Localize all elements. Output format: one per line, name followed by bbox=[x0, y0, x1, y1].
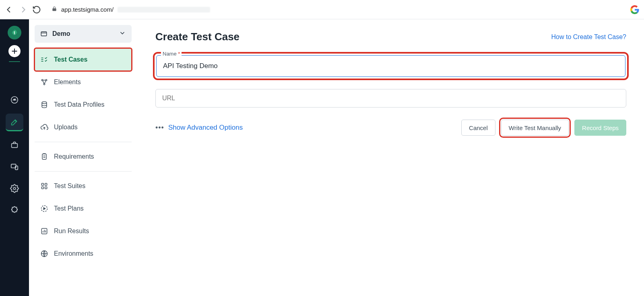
required-mark: * bbox=[178, 51, 180, 57]
sidebar-item-elements[interactable]: Elements bbox=[35, 71, 132, 93]
sidebar-item-label: Test Cases bbox=[54, 56, 87, 63]
sidebar-item-label: Elements bbox=[54, 79, 81, 86]
sidebar-divider bbox=[35, 171, 132, 172]
name-label: Name * bbox=[161, 51, 182, 57]
svg-rect-16 bbox=[41, 187, 43, 189]
name-label-text: Name bbox=[163, 51, 177, 57]
chevron-down-icon bbox=[119, 29, 126, 38]
nodes-icon bbox=[40, 78, 48, 86]
bar-chart-icon bbox=[40, 227, 48, 235]
sidebar-item-label: Test Suites bbox=[54, 182, 85, 190]
url-input[interactable] bbox=[155, 89, 626, 108]
main-content: Create Test Case How to Create Test Case… bbox=[138, 19, 644, 296]
svg-rect-15 bbox=[45, 183, 47, 185]
brand-logo-icon[interactable]: t bbox=[8, 26, 21, 39]
sidebar-item-label: Test Plans bbox=[54, 205, 84, 212]
reload-icon[interactable] bbox=[32, 5, 41, 14]
lock-icon bbox=[52, 6, 57, 13]
sidebar-item-test-suites[interactable]: Test Suites bbox=[35, 175, 132, 197]
svg-point-10 bbox=[45, 79, 47, 81]
play-circle-dashed-icon bbox=[40, 205, 48, 213]
record-steps-button[interactable]: Record Steps bbox=[574, 120, 626, 136]
sidebar-item-environments[interactable]: Environments bbox=[35, 242, 132, 265]
sidebar-item-requirements[interactable]: Requirements bbox=[35, 145, 132, 168]
sidebar-item-test-data-profiles[interactable]: Test Data Profiles bbox=[35, 93, 132, 116]
app-root: t Demo bbox=[0, 19, 644, 296]
sidebar-item-label: Uploads bbox=[54, 124, 78, 131]
name-input[interactable] bbox=[156, 55, 625, 77]
svg-rect-13 bbox=[42, 154, 46, 159]
globe-icon bbox=[40, 250, 48, 258]
main-header: Create Test Case How to Create Test Case… bbox=[155, 31, 626, 43]
project-name: Demo bbox=[52, 30, 70, 37]
svg-point-9 bbox=[41, 79, 43, 81]
browser-chrome: app.testsigma.com/ bbox=[0, 0, 644, 19]
cancel-button[interactable]: Cancel bbox=[461, 120, 495, 136]
nav-rail: t bbox=[0, 19, 29, 296]
cloud-upload-icon bbox=[40, 123, 48, 131]
address-bar[interactable]: app.testsigma.com/ bbox=[46, 3, 622, 17]
add-button[interactable] bbox=[8, 45, 21, 57]
svg-rect-17 bbox=[45, 187, 47, 189]
sidebar-nav: Test Cases Elements Test Data Profiles U… bbox=[35, 47, 132, 265]
dashboard-icon[interactable] bbox=[6, 92, 23, 108]
briefcase-icon[interactable] bbox=[6, 137, 23, 153]
edit-icon[interactable] bbox=[6, 114, 23, 131]
name-field-wrap: Name * bbox=[155, 54, 626, 78]
sidebar-item-label: Requirements bbox=[54, 153, 94, 160]
sidebar-item-label: Environments bbox=[54, 250, 93, 257]
page-title: Create Test Case bbox=[155, 31, 239, 43]
svg-rect-8 bbox=[41, 32, 47, 36]
google-icon[interactable] bbox=[630, 5, 639, 14]
sidebar-item-test-plans[interactable]: Test Plans bbox=[35, 197, 132, 220]
actions-row: ••• Show Advanced Options Cancel Write T… bbox=[155, 120, 626, 136]
svg-point-11 bbox=[43, 83, 45, 85]
puzzle-icon[interactable] bbox=[6, 202, 23, 218]
svg-point-12 bbox=[42, 102, 47, 104]
svg-point-7 bbox=[13, 187, 16, 190]
advanced-options-label: Show Advanced Options bbox=[168, 124, 243, 132]
url-host: app.testsigma.com/ bbox=[61, 6, 114, 13]
clipboard-icon bbox=[40, 153, 48, 161]
back-icon[interactable] bbox=[5, 5, 14, 14]
more-icon: ••• bbox=[155, 124, 164, 132]
devices-icon[interactable] bbox=[6, 159, 23, 175]
sidebar-item-test-cases[interactable]: Test Cases bbox=[35, 48, 132, 71]
checklist-icon bbox=[40, 56, 48, 64]
forward-icon[interactable] bbox=[19, 5, 27, 14]
sidebar-item-run-results[interactable]: Run Results bbox=[35, 220, 132, 242]
database-icon bbox=[40, 101, 48, 109]
svg-rect-14 bbox=[41, 183, 43, 185]
grid-icon bbox=[40, 182, 48, 190]
svg-rect-4 bbox=[12, 143, 18, 147]
window-icon bbox=[40, 30, 47, 37]
gear-icon[interactable] bbox=[6, 180, 23, 197]
sidebar-item-uploads[interactable]: Uploads bbox=[35, 116, 132, 139]
project-selector[interactable]: Demo bbox=[35, 25, 132, 43]
sidebar-divider bbox=[35, 142, 132, 142]
write-test-manually-button[interactable]: Write Test Manually bbox=[501, 120, 569, 136]
advanced-options-toggle[interactable]: ••• Show Advanced Options bbox=[155, 124, 243, 132]
sidebar-item-label: Run Results bbox=[54, 228, 89, 235]
url-blur bbox=[118, 7, 210, 12]
sidebar-item-label: Test Data Profiles bbox=[54, 101, 104, 108]
rail-separator bbox=[9, 61, 20, 62]
sidebar: Demo Test Cases Elements Test Data Profi… bbox=[29, 19, 138, 296]
help-link[interactable]: How to Create Test Case? bbox=[551, 33, 626, 41]
